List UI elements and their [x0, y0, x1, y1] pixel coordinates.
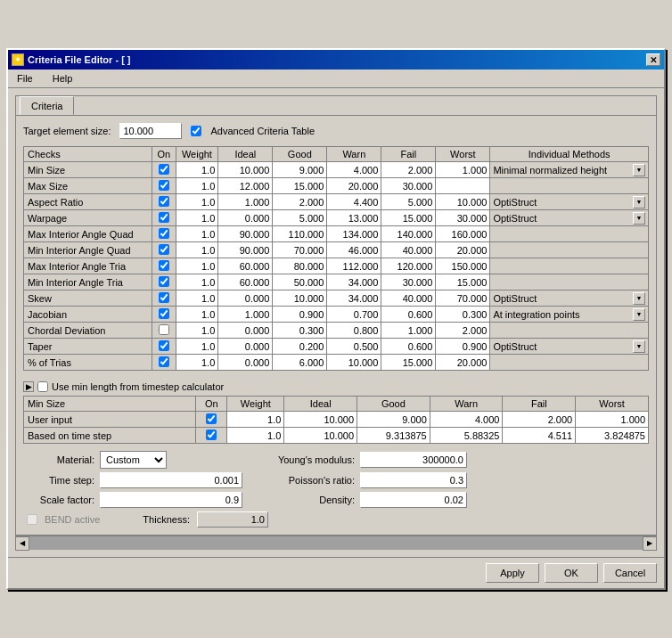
row-worst[interactable]: [436, 210, 490, 226]
tab-criteria[interactable]: Criteria: [20, 96, 74, 115]
row-good[interactable]: [273, 210, 327, 226]
row-fail[interactable]: [381, 162, 436, 178]
row-weight[interactable]: [176, 258, 218, 274]
dropdown-arrow[interactable]: ▼: [633, 292, 645, 305]
s2-row-on[interactable]: [196, 412, 227, 428]
s2-row-good[interactable]: [357, 412, 430, 428]
row-on[interactable]: [152, 210, 176, 226]
row-fail[interactable]: [381, 242, 436, 258]
row-good[interactable]: [273, 258, 327, 274]
row-method[interactable]: OptiStruct▼: [490, 339, 649, 355]
row-weight[interactable]: [176, 274, 218, 290]
row-weight[interactable]: [176, 226, 218, 242]
row-on[interactable]: [152, 242, 176, 258]
row-warn[interactable]: [327, 307, 381, 323]
row-warn[interactable]: [327, 226, 381, 242]
row-method[interactable]: OptiStruct▼: [490, 290, 649, 307]
h-scroll-left[interactable]: ◀: [15, 536, 29, 551]
row-method[interactable]: OptiStruct▼: [490, 194, 649, 210]
s2-row-worst[interactable]: [576, 412, 649, 428]
menu-file[interactable]: File: [12, 71, 38, 86]
material-select[interactable]: Custom Steel Aluminum: [100, 451, 167, 469]
row-fail[interactable]: [381, 307, 436, 323]
row-ideal[interactable]: [218, 274, 273, 290]
row-fail[interactable]: [381, 258, 436, 274]
row-good[interactable]: [273, 274, 327, 290]
row-warn[interactable]: [327, 210, 381, 226]
target-input[interactable]: [119, 123, 182, 139]
row-warn[interactable]: [327, 242, 381, 258]
timestep-input[interactable]: [100, 472, 242, 488]
row-worst[interactable]: [436, 162, 490, 178]
row-ideal[interactable]: [218, 162, 273, 178]
row-good[interactable]: [273, 226, 327, 242]
scale-input[interactable]: [100, 492, 242, 508]
timestep-checkbox[interactable]: [37, 381, 48, 392]
row-weight[interactable]: [176, 194, 218, 210]
row-method[interactable]: OptiStruct▼: [490, 210, 649, 226]
row-worst[interactable]: [436, 323, 490, 339]
row-worst[interactable]: [436, 290, 490, 307]
row-fail[interactable]: [381, 355, 436, 371]
row-ideal[interactable]: [218, 355, 273, 371]
row-ideal[interactable]: [218, 290, 273, 307]
row-fail[interactable]: [381, 194, 436, 210]
row-ideal[interactable]: [218, 242, 273, 258]
dropdown-arrow[interactable]: ▼: [633, 340, 645, 353]
row-worst[interactable]: [436, 274, 490, 290]
row-ideal[interactable]: [218, 307, 273, 323]
row-worst[interactable]: [436, 194, 490, 210]
s2-row-weight[interactable]: [227, 412, 284, 428]
s2-row-fail[interactable]: [503, 412, 576, 428]
youngs-input[interactable]: [360, 452, 467, 468]
row-ideal[interactable]: [218, 258, 273, 274]
dropdown-arrow[interactable]: ▼: [633, 164, 645, 176]
s2-row-warn[interactable]: [430, 428, 503, 444]
row-weight[interactable]: [176, 242, 218, 258]
dropdown-arrow[interactable]: ▼: [633, 196, 645, 209]
row-fail[interactable]: [381, 323, 436, 339]
apply-button[interactable]: Apply: [486, 563, 539, 583]
row-method[interactable]: Minimal normalized height▼: [490, 162, 649, 178]
row-ideal[interactable]: [218, 226, 273, 242]
row-ideal[interactable]: [218, 323, 273, 339]
row-weight[interactable]: [176, 210, 218, 226]
s2-row-worst[interactable]: [576, 428, 649, 444]
row-warn[interactable]: [327, 258, 381, 274]
row-ideal[interactable]: [218, 210, 273, 226]
advanced-checkbox[interactable]: [191, 126, 201, 136]
row-weight[interactable]: [176, 355, 218, 371]
s2-row-ideal[interactable]: [284, 412, 357, 428]
s2-row-weight[interactable]: [227, 428, 284, 444]
cancel-button[interactable]: Cancel: [603, 563, 657, 583]
row-worst[interactable]: [436, 339, 490, 355]
row-on[interactable]: [152, 178, 176, 194]
row-warn[interactable]: [327, 323, 381, 339]
row-fail[interactable]: [381, 339, 436, 355]
row-weight[interactable]: [176, 162, 218, 178]
row-worst[interactable]: [436, 178, 490, 194]
row-fail[interactable]: [381, 210, 436, 226]
menu-help[interactable]: Help: [47, 71, 78, 86]
row-fail[interactable]: [381, 226, 436, 242]
row-good[interactable]: [273, 178, 327, 194]
row-warn[interactable]: [327, 355, 381, 371]
row-ideal[interactable]: [218, 178, 273, 194]
row-on[interactable]: [152, 226, 176, 242]
row-good[interactable]: [273, 162, 327, 178]
row-on[interactable]: [152, 258, 176, 274]
dropdown-arrow[interactable]: ▼: [633, 308, 645, 321]
row-good[interactable]: [273, 355, 327, 371]
row-warn[interactable]: [327, 274, 381, 290]
row-fail[interactable]: [381, 290, 436, 307]
ok-button[interactable]: OK: [545, 563, 598, 583]
row-weight[interactable]: [176, 339, 218, 355]
row-ideal[interactable]: [218, 339, 273, 355]
row-on[interactable]: [152, 162, 176, 178]
row-warn[interactable]: [327, 339, 381, 355]
close-button[interactable]: ✕: [646, 53, 660, 66]
row-good[interactable]: [273, 323, 327, 339]
row-on[interactable]: [152, 323, 176, 339]
s2-row-warn[interactable]: [430, 412, 503, 428]
row-fail[interactable]: [381, 274, 436, 290]
